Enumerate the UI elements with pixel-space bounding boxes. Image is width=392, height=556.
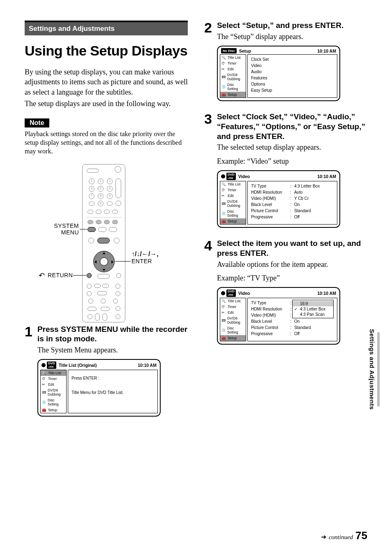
disc-badge: DVD+RW <box>221 173 236 180</box>
osd-sidebar: 🔍Title List ⏱Timer ✂Edit 📼DV/D8 Dubbing … <box>40 370 67 413</box>
nodisc-badge: No Disc <box>221 48 237 53</box>
sidebar-item-title-list: 🔍Title List <box>220 181 246 187</box>
step-1-number: 1 <box>25 324 32 424</box>
sidebar-item-disc-setting: 💿Disc Setting <box>41 397 66 407</box>
setup-item: Easy Setup <box>251 87 334 93</box>
tv-type-dropdown: 16:9 4:3 Letter Box 4:3 Pan Scan <box>292 300 334 318</box>
sidebar-item-setup: 🧰Setup <box>220 92 246 97</box>
remote-diagram: 1 2 3 4 5 6 7 8 9 0 <box>25 164 188 324</box>
chapter-heading: Settings and Adjustments <box>25 21 188 35</box>
sidebar-item-disc-setting: 💿Disc Setting <box>220 82 246 92</box>
sidebar-item-timer: ⏱Timer <box>41 376 66 382</box>
step-4: 4 Select the item you want to set up, an… <box>204 239 367 351</box>
sidebar-item-dubbing: 📼DV/D8 Dubbing <box>41 387 66 397</box>
step-2: 2 Select “Setup,” and press ENTER. The “… <box>204 21 367 108</box>
page-number: 75 <box>355 529 367 542</box>
sidebar-item-title-list: 🔍Title List <box>220 298 246 304</box>
sidebar-item-setup: 🧰Setup <box>220 335 246 341</box>
video-row: Black Level:On <box>251 202 334 208</box>
osd-setup-menu: No Disc Setup 10:10 AM 🔍Title List ⏱Time… <box>217 46 340 101</box>
sidebar-item-edit: ✂Edit <box>41 382 66 387</box>
sidebar-item-setup: 🧰Setup <box>220 218 246 224</box>
side-tab: Settings and Adjustments <box>369 329 380 410</box>
setup-item: Audio <box>251 69 334 75</box>
osd-time: 10:10 AM <box>317 174 336 179</box>
chapter-heading-text: Settings and Adjustments <box>29 25 115 32</box>
video-row: Video (HDMI):Y Cb Cr <box>251 195 334 202</box>
step-3: 3 Select “Clock Set,” “Video,” “Audio,” … <box>204 112 367 234</box>
system-menu-label-1: SYSTEM <box>46 222 79 229</box>
note-text: Playback settings stored on the disc tak… <box>25 130 188 155</box>
side-tab-text: Settings and Adjustments <box>369 329 376 410</box>
osd-system-menu: DVD+RW Title List (Original) 10:10 AM 🔍T… <box>37 359 161 417</box>
video-row: TV Type:4:3 Letter Box <box>251 183 334 189</box>
video-row: TV Type: <box>251 300 294 306</box>
sidebar-item-dubbing: 📼DV/D8 Dubbing <box>220 72 246 82</box>
video-row: Progressive:Off <box>251 214 334 220</box>
return-label: RETURN <box>48 272 73 278</box>
video-row: Video (HDMI): <box>251 312 294 318</box>
dpad-arrows-label: ↑/↓/←/→, <box>131 250 159 258</box>
video-row: Picture Control:Standard <box>251 324 334 331</box>
sidebar-item-timer: ⏱Timer <box>220 304 246 310</box>
osd-title: Title List (Original) <box>59 363 97 368</box>
step-4-number: 4 <box>204 239 212 351</box>
disc-badge: DVD+RW <box>42 361 56 369</box>
step-1-text: The System Menu appears. <box>37 345 188 355</box>
setup-item: Features <box>251 75 334 81</box>
return-icon: ↶ <box>39 271 45 280</box>
continued-text: continued <box>329 534 353 541</box>
video-row: Picture Control:Standard <box>251 208 334 214</box>
sidebar-item-edit: ✂Edit <box>220 66 246 72</box>
setup-item: Video <box>251 63 334 69</box>
osd-main-line-2: Title Menu for DVD Title List. <box>71 390 154 395</box>
sidebar-item-disc-setting: 💿Disc Setting <box>220 325 246 335</box>
sidebar-item-setup: 🧰Setup <box>41 407 66 413</box>
dropdown-option: 4:3 Pan Scan <box>293 312 333 317</box>
video-row: HDMI Resolution: <box>251 306 294 312</box>
step-4-text-1: Available options for the item appear. <box>217 260 367 269</box>
sidebar-item-edit: ✂Edit <box>220 310 246 315</box>
intro-paragraph-1: By using the setup displays, you can mak… <box>25 67 188 97</box>
step-3-text-1: The selected setup display appears. <box>217 143 367 152</box>
osd-time: 10:10 AM <box>138 363 157 368</box>
sidebar-item-dubbing: 📼DV/D8 Dubbing <box>220 199 246 208</box>
osd-video-menu: DVD+RW Video 10:10 AM 🔍Title List ⏱Timer… <box>217 170 340 228</box>
step-1-heading: Press SYSTEM MENU while the recorder is … <box>37 324 188 344</box>
sidebar-item-title-list: 🔍Title List <box>41 370 66 376</box>
footer: ➜ continued 75 <box>321 529 367 542</box>
step-3-text-2: Example: “Video” setup <box>217 157 367 166</box>
disc-badge: DVD+RW <box>221 290 236 297</box>
page-title: Using the Setup Displays <box>25 43 188 59</box>
osd-tv-type-menu: DVD+RW Video 10:10 AM 🔍Title List ⏱Timer… <box>217 287 340 345</box>
osd-title: Video <box>238 174 250 179</box>
enter-label: ENTER <box>131 258 152 264</box>
sidebar-item-dubbing: 📼DV/D8 Dubbing <box>220 315 246 325</box>
step-4-heading: Select the item you want to set up, and … <box>217 239 367 258</box>
intro-paragraph-2: The setup displays are used in the follo… <box>25 99 188 109</box>
side-tab-bar <box>377 332 380 406</box>
step-2-number: 2 <box>204 21 212 108</box>
step-4-text-2: Example: “TV Type” <box>217 273 367 283</box>
osd-title: Video <box>238 291 250 296</box>
osd-main-line-1: Press ENTER : <box>71 372 154 390</box>
video-row: HDMI Resolution:Auto <box>251 189 334 195</box>
step-3-heading: Select “Clock Set,” “Video,” “Audio,” “F… <box>217 112 367 141</box>
dropdown-option: 4:3 Letter Box <box>293 306 333 312</box>
system-menu-label-2: MENU <box>46 229 79 236</box>
video-row: Black Level:On <box>251 318 334 324</box>
sidebar-item-timer: ⏱Timer <box>220 60 246 66</box>
setup-item: Options <box>251 81 334 87</box>
sidebar-item-timer: ⏱Timer <box>220 187 246 193</box>
osd-time: 10:10 AM <box>317 49 336 53</box>
step-1: 1 Press SYSTEM MENU while the recorder i… <box>25 324 188 424</box>
note-label: Note <box>25 118 49 127</box>
step-3-number: 3 <box>204 112 212 234</box>
step-2-heading: Select “Setup,” and press ENTER. <box>217 21 367 30</box>
sidebar-item-title-list: 🔍Title List <box>220 55 246 60</box>
setup-item: Clock Set <box>251 56 334 63</box>
sidebar-item-edit: ✂Edit <box>220 193 246 199</box>
osd-title: Setup <box>239 49 251 53</box>
continued-arrow-icon: ➜ <box>321 533 326 541</box>
step-2-text: The “Setup” display appears. <box>217 32 367 42</box>
